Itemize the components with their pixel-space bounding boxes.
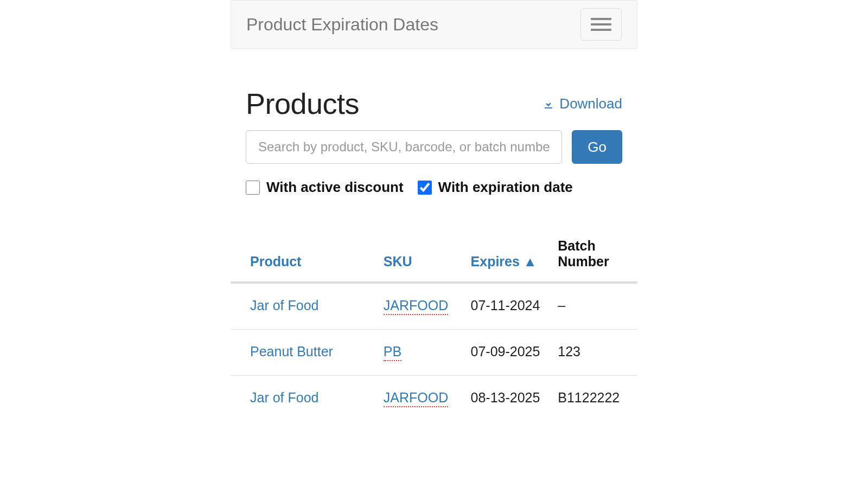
expires-cell: 07-11-2024 <box>463 282 551 330</box>
products-table: Product SKU Expires ▲ Batch Number Jar o… <box>231 228 637 421</box>
filter-expiration-date[interactable]: With expiration date <box>418 179 573 196</box>
batch-cell: B1122222 <box>550 376 637 422</box>
col-header-batch: Batch Number <box>550 228 637 282</box>
table-row: Jar of FoodJARFOOD07-11-2024– <box>231 282 637 330</box>
download-link[interactable]: Download <box>542 95 622 112</box>
filter-active-discount[interactable]: With active discount <box>246 179 404 196</box>
download-icon <box>542 97 555 110</box>
menu-toggle-button[interactable] <box>580 8 622 41</box>
expires-cell: 08-13-2025 <box>463 376 551 422</box>
active-discount-label: With active discount <box>266 179 404 196</box>
download-label: Download <box>559 95 622 112</box>
sku-link[interactable]: JARFOOD <box>384 298 448 315</box>
col-header-expires[interactable]: Expires ▲ <box>463 228 551 282</box>
hamburger-icon <box>591 29 611 31</box>
page-title: Products <box>246 87 359 120</box>
expiration-date-checkbox[interactable] <box>418 181 432 195</box>
product-link[interactable]: Peanut Butter <box>250 344 333 359</box>
page-header: Products Download <box>231 87 637 120</box>
filters-row: With active discount With expiration dat… <box>231 179 637 196</box>
col-header-sku[interactable]: SKU <box>376 228 463 282</box>
app-title[interactable]: Product Expiration Dates <box>246 15 438 35</box>
sku-link[interactable]: PB <box>384 344 401 361</box>
table-row: Jar of FoodJARFOOD08-13-2025B1122222 <box>231 376 637 422</box>
search-input[interactable] <box>246 130 562 164</box>
expiration-date-label: With expiration date <box>438 179 573 196</box>
expires-cell: 07-09-2025 <box>463 330 551 376</box>
navbar: Product Expiration Dates <box>231 0 637 49</box>
batch-cell: 123 <box>550 330 637 376</box>
product-link[interactable]: Jar of Food <box>250 390 318 405</box>
active-discount-checkbox[interactable] <box>246 181 260 195</box>
product-link[interactable]: Jar of Food <box>250 298 318 313</box>
batch-cell: – <box>550 282 637 330</box>
table-header-row: Product SKU Expires ▲ Batch Number <box>231 228 637 282</box>
hamburger-icon <box>591 18 611 20</box>
hamburger-icon <box>591 23 611 25</box>
search-go-button[interactable]: Go <box>572 130 622 164</box>
col-header-product[interactable]: Product <box>231 228 376 282</box>
search-row: Go <box>231 130 637 164</box>
table-row: Peanut ButterPB07-09-2025123 <box>231 330 637 376</box>
sku-link[interactable]: JARFOOD <box>384 390 448 407</box>
